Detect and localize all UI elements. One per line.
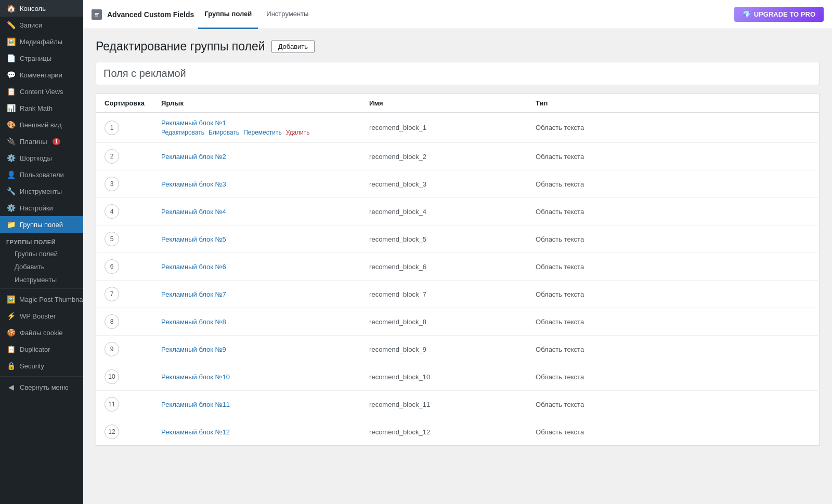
- clone-action[interactable]: Блировать: [209, 129, 239, 136]
- field-label-link[interactable]: Рекламный блок №9: [161, 346, 226, 353]
- sidebar-item-stranicy[interactable]: 📄 Страницы: [0, 50, 83, 67]
- submenu-gruppy-polej[interactable]: Группы полей: [0, 247, 83, 260]
- sort-cell: 6: [96, 253, 153, 281]
- field-label-link[interactable]: Рекламный блок №12: [161, 428, 230, 436]
- table-row: 12Рекламный блок №12recomend_block_12Обл…: [96, 418, 820, 446]
- edit-action[interactable]: Редактировать: [161, 129, 204, 136]
- sidebar-item-instrumenty[interactable]: 🔧 Инструменты: [0, 183, 83, 200]
- name-cell: recomend_block_5: [361, 226, 527, 253]
- sidebar-label-fajly-cookie: Файлы cookie: [20, 329, 63, 337]
- tab-instrumenty[interactable]: Инструменты: [260, 0, 315, 29]
- tab-gruppy-polej[interactable]: Группы полей: [198, 0, 258, 29]
- sidebar-item-content-views[interactable]: 📋 Content Views: [0, 83, 83, 100]
- submenu-instrumenty[interactable]: Инструменты: [0, 273, 83, 286]
- type-cell: Область текста: [527, 336, 819, 363]
- sidebar-item-duplicator[interactable]: 📋 Duplicator: [0, 341, 83, 357]
- main-area: Advanced Custom Fields Группы полей Инст…: [83, 0, 832, 504]
- sidebar-item-konsol[interactable]: 🏠 Консоль: [0, 0, 83, 17]
- sidebar-label-konsol: Консоль: [20, 5, 46, 12]
- sidebar-label-instrumenty: Инструменты: [20, 188, 62, 195]
- kommentarii-icon: 💬: [6, 71, 16, 79]
- type-cell: Область текста: [527, 418, 819, 446]
- type-cell: Область текста: [527, 391, 819, 418]
- field-label-link[interactable]: Рекламный блок №10: [161, 373, 230, 381]
- sidebar-item-gruppy-polej[interactable]: 📁 Группы полей: [0, 216, 83, 233]
- plugin-icon: [92, 9, 102, 20]
- type-cell: Область текста: [527, 113, 819, 143]
- sort-cell: 9: [96, 336, 153, 363]
- sidebar-item-polzovateli[interactable]: 👤 Пользователи: [0, 166, 83, 183]
- sidebar-item-security[interactable]: 🔒 Security: [0, 357, 83, 374]
- submenu-dobavit[interactable]: Добавить: [0, 260, 83, 273]
- label-cell: Рекламный блок №12: [153, 418, 361, 446]
- sidebar-label-wp-booster: WP Booster: [20, 312, 56, 320]
- name-cell: recomend_block_7: [361, 281, 527, 308]
- zapisi-icon: ✏️: [6, 21, 16, 29]
- collapse-icon: ◀: [6, 383, 16, 391]
- submenu-section-label: Группы полей: [0, 233, 83, 247]
- type-cell: Область текста: [527, 170, 819, 198]
- type-cell: Область текста: [527, 226, 819, 253]
- label-cell: Рекламный блок №7: [153, 281, 361, 308]
- sidebar-label-magic-post-thumbnail: Magic Post Thumbnail: [19, 296, 83, 303]
- field-label-link[interactable]: Рекламный блок №8: [161, 318, 226, 326]
- name-cell: recomend_block_8: [361, 308, 527, 336]
- sidebar-item-magic-post-thumbnail[interactable]: 🖼️ Magic Post Thumbnail: [0, 291, 83, 308]
- add-field-button[interactable]: Добавить: [271, 40, 315, 53]
- col-header-sort: Сортировка: [96, 94, 153, 113]
- field-label-link[interactable]: Рекламный блок №4: [161, 208, 226, 216]
- field-label-link[interactable]: Рекламный блок №1: [161, 119, 226, 127]
- svg-rect-1: [95, 13, 99, 14]
- sidebar-item-rank-math[interactable]: 📊 Rank Math: [0, 100, 83, 116]
- sidebar-item-kommentarii[interactable]: 💬 Комментарии: [0, 67, 83, 83]
- magic-post-thumbnail-icon: 🖼️: [6, 295, 15, 303]
- field-label-link[interactable]: Рекламный блок №3: [161, 180, 226, 188]
- table-row: 3Рекламный блок №3recomend_block_3Област…: [96, 170, 820, 198]
- wp-booster-icon: ⚡: [6, 312, 16, 320]
- field-label-link[interactable]: Рекламный блок №6: [161, 263, 226, 271]
- field-label-link[interactable]: Рекламный блок №11: [161, 401, 230, 408]
- sidebar-item-fajly-cookie[interactable]: 🍪 Файлы cookie: [0, 324, 83, 341]
- stranicy-icon: 📄: [6, 54, 16, 62]
- gruppy-polej-icon: 📁: [6, 220, 16, 229]
- sidebar-item-plaginy[interactable]: 🔌 Плагины 1: [0, 133, 83, 150]
- svg-rect-3: [95, 16, 98, 17]
- sidebar-item-wp-booster[interactable]: ⚡ WP Booster: [0, 308, 83, 324]
- collapse-menu-button[interactable]: ◀ Свернуть меню: [0, 379, 83, 395]
- sidebar-item-shortkody[interactable]: ⚙️ Шорткоды: [0, 150, 83, 166]
- sort-cell: 7: [96, 281, 153, 308]
- sidebar-item-vneshni-vid[interactable]: 🎨 Внешний вид: [0, 116, 83, 133]
- table-row: 1Рекламный блок №1РедактироватьБлировать…: [96, 113, 820, 143]
- sidebar-item-nastrojki[interactable]: ⚙️ Настройки: [0, 200, 83, 216]
- sidebar-label-zapisi: Записи: [20, 21, 42, 29]
- sidebar-label-polzovateli: Пользователи: [20, 171, 64, 179]
- sort-number: 11: [105, 397, 119, 412]
- sidebar-label-duplicator: Duplicator: [20, 346, 50, 353]
- security-icon: 🔒: [6, 362, 16, 370]
- sort-number: 10: [105, 369, 119, 384]
- group-name-input[interactable]: [96, 62, 820, 85]
- sidebar-label-shortkody: Шорткоды: [20, 154, 52, 162]
- field-label-link[interactable]: Рекламный блок №5: [161, 235, 226, 243]
- label-cell: Рекламный блок №11: [153, 391, 361, 418]
- page-title: Редактирование группы полей: [96, 39, 265, 54]
- sort-number: 2: [105, 149, 119, 164]
- sort-number: 4: [105, 204, 119, 219]
- sort-cell: 4: [96, 198, 153, 226]
- name-cell: recomend_block_6: [361, 253, 527, 281]
- sort-cell: 11: [96, 391, 153, 418]
- move-action[interactable]: Переместить: [243, 129, 282, 136]
- sidebar-item-mediafaily[interactable]: 🖼️ Медиафайлы: [0, 33, 83, 50]
- sort-cell: 10: [96, 363, 153, 391]
- type-cell: Область текста: [527, 143, 819, 170]
- name-cell: recomend_block_11: [361, 391, 527, 418]
- col-header-label: Ярлык: [153, 94, 361, 113]
- delete-action[interactable]: Удалить: [286, 129, 310, 136]
- upgrade-to-pro-button[interactable]: 💎 UPGRADE TO PRO: [734, 7, 824, 22]
- field-label-link[interactable]: Рекламный блок №7: [161, 290, 226, 298]
- sort-number: 9: [105, 342, 119, 356]
- plugins-badge: 1: [53, 138, 61, 145]
- sidebar-item-zapisi[interactable]: ✏️ Записи: [0, 17, 83, 33]
- field-label-link[interactable]: Рекламный блок №2: [161, 153, 226, 161]
- label-cell: Рекламный блок №6: [153, 253, 361, 281]
